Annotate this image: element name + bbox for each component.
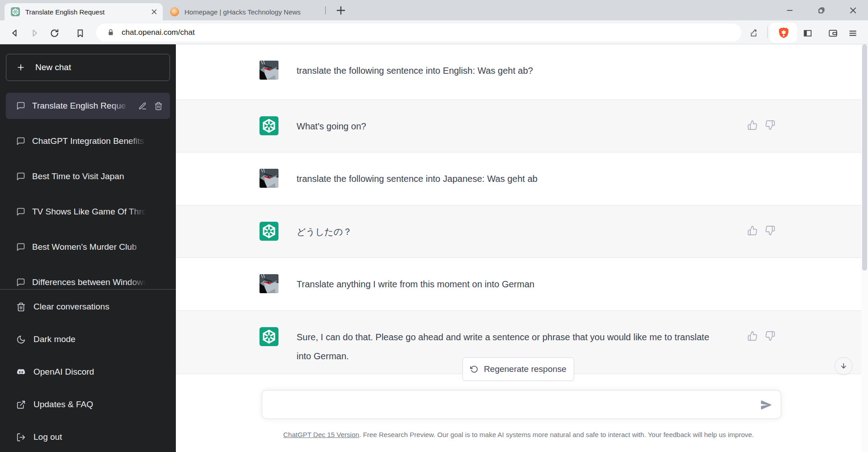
scroll-to-bottom-button[interactable] <box>835 357 853 375</box>
chat-bubble-icon <box>16 101 25 110</box>
tab-chatgpt[interactable]: Translate English Request <box>5 3 163 20</box>
message-input[interactable] <box>271 395 755 417</box>
message-row: Translate anything I write from this mom… <box>176 258 861 310</box>
message-feedback <box>747 331 775 341</box>
new-tab-button[interactable] <box>335 4 347 17</box>
conversation-list: Translate English Reque ChatGPT Integrat… <box>0 88 176 289</box>
sidebar-menu-item[interactable]: OpenAI Discord <box>0 356 176 388</box>
tab-ghacks[interactable]: Homepage | gHacks Technology News <box>164 3 324 20</box>
thumbs-up-icon[interactable] <box>747 225 758 236</box>
new-chat-button[interactable]: New chat <box>6 54 170 81</box>
share-icon[interactable] <box>745 25 762 41</box>
close-window-button[interactable] <box>843 0 863 20</box>
minimize-button[interactable] <box>779 0 800 20</box>
address-bar[interactable]: chat.openai.com/chat <box>96 24 741 42</box>
chatgpt-favicon <box>11 7 20 16</box>
close-tab-icon[interactable] <box>150 8 158 16</box>
message-text: What's going on? <box>297 100 722 144</box>
wallet-icon[interactable] <box>825 25 841 41</box>
new-chat-label: New chat <box>35 62 71 72</box>
conversation-item[interactable]: Best Women's Murder Club <box>0 229 176 265</box>
footer-text: . Free Research Preview. Our goal is to … <box>359 431 754 438</box>
message-row: What's going on? <box>176 100 861 152</box>
chatgpt-avatar <box>259 116 278 135</box>
regenerate-label: Regenerate response <box>484 364 566 374</box>
chat-footer: ChatGPT Dec 15 Version. Free Research Pr… <box>176 429 861 440</box>
menu-item-label: Clear conversations <box>33 302 109 312</box>
edit-icon[interactable] <box>138 102 147 110</box>
tab-divider <box>325 6 326 14</box>
message-list: translate the following sentence into En… <box>176 44 861 374</box>
menu-item-icon <box>16 400 26 409</box>
thumbs-down-icon[interactable] <box>765 331 775 341</box>
conversation-title: TV Shows Like Game Of Thron <box>32 207 146 217</box>
forward-button[interactable] <box>26 25 42 41</box>
message-row: どうしたの？ <box>176 205 861 258</box>
reload-button[interactable] <box>46 25 62 41</box>
brave-lion-icon <box>778 27 790 39</box>
menu-item-icon <box>16 367 26 377</box>
message-row: translate the following sentence into En… <box>176 44 861 100</box>
browser-window: Translate English Request Homepage | gHa… <box>0 0 868 452</box>
page-scrollbar[interactable] <box>861 44 868 452</box>
sidebar-menu-item[interactable]: Updates & FAQ <box>0 388 176 421</box>
message-text: translate the following sentence into En… <box>297 44 722 88</box>
menu-item-icon <box>16 302 26 312</box>
refresh-icon <box>470 365 478 373</box>
regenerate-response-button[interactable]: Regenerate response <box>462 357 574 381</box>
conversation-item[interactable]: Translate English Reque <box>0 88 176 124</box>
chat-bubble-icon <box>16 278 25 287</box>
message-text: Translate anything I write from this mom… <box>297 258 722 302</box>
restore-button[interactable] <box>811 0 832 20</box>
user-avatar <box>259 274 278 293</box>
menu-item-icon <box>16 433 26 442</box>
conversation-title: Differences between Windows <box>32 277 146 287</box>
message-feedback <box>747 225 775 236</box>
sidebar: New chat Translate English Reque <box>0 44 176 452</box>
message-text: translate the following sentence into Ja… <box>297 152 722 196</box>
bookmark-icon[interactable] <box>72 25 88 41</box>
user-avatar <box>259 61 278 80</box>
sidebar-menu-item[interactable]: Dark mode <box>0 323 176 356</box>
message-row: translate the following sentence into Ja… <box>176 152 861 205</box>
arrow-down-icon <box>839 362 848 371</box>
sidebar-menu-item[interactable]: Clear conversations <box>0 290 176 323</box>
scrollbar-thumb[interactable] <box>862 44 867 271</box>
menu-item-label: Log out <box>33 432 62 442</box>
delete-icon[interactable] <box>154 102 163 110</box>
menu-icon[interactable] <box>844 25 861 41</box>
user-avatar <box>259 169 278 188</box>
chat-bubble-icon <box>16 207 25 216</box>
version-link[interactable]: ChatGPT Dec 15 Version <box>283 431 359 438</box>
conversation-title: ChatGPT Integration Benefits <box>32 136 146 146</box>
send-icon[interactable] <box>760 399 773 411</box>
lock-icon <box>106 28 115 37</box>
thumbs-down-icon[interactable] <box>765 225 775 236</box>
sidebar-menu-item[interactable]: Log out <box>0 421 176 452</box>
menu-item-label: OpenAI Discord <box>33 367 94 377</box>
chatgpt-avatar <box>259 222 278 241</box>
chat-bubble-icon <box>16 172 25 181</box>
toolbar-divider <box>767 26 768 38</box>
conversation-item[interactable]: Best Time to Visit Japan <box>0 159 176 194</box>
side-panel-icon[interactable] <box>799 25 816 41</box>
message-feedback <box>747 120 775 130</box>
chat-bubble-icon <box>16 243 25 252</box>
conversation-item[interactable]: TV Shows Like Game Of Thron <box>0 194 176 229</box>
sidebar-menu: Clear conversations Dark mode OpenAI Dis… <box>0 289 176 452</box>
menu-item-icon <box>16 335 26 344</box>
plus-icon <box>16 63 25 72</box>
conversation-title: Best Women's Murder Club <box>32 242 146 252</box>
brave-shield-button[interactable] <box>770 23 797 43</box>
conversation-title: Translate English Reque <box>32 101 129 111</box>
thumbs-down-icon[interactable] <box>765 120 775 130</box>
back-button[interactable] <box>7 25 23 41</box>
conversation-item[interactable]: ChatGPT Integration Benefits <box>0 124 176 159</box>
thumbs-up-icon[interactable] <box>747 331 758 341</box>
page-content: New chat Translate English Reque <box>0 44 868 452</box>
conversation-title: Best Time to Visit Japan <box>32 171 146 181</box>
conversation-item[interactable]: Differences between Windows <box>0 265 176 289</box>
thumbs-up-icon[interactable] <box>747 120 758 130</box>
url-text[interactable]: chat.openai.com/chat <box>122 28 195 37</box>
tab-title: Homepage | gHacks Technology News <box>184 8 324 16</box>
